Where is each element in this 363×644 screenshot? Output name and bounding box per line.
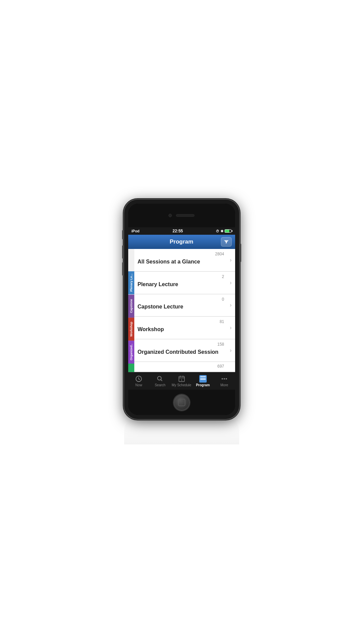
menu-list: Plenary Le... Capstone Workshop Organize… — [128, 249, 235, 372]
my-schedule-icon: 1 — [178, 375, 185, 383]
tab-now[interactable]: Now — [128, 372, 150, 390]
filter-icon — [223, 239, 229, 245]
tab-now-label: Now — [135, 383, 142, 387]
list-item-plenary[interactable]: 2 Plenary Lecture › — [134, 272, 235, 294]
tab-more[interactable]: More — [213, 372, 235, 390]
list-item-workshop[interactable]: 81 Workshop › — [134, 317, 235, 339]
workshop-label: Workshop — [138, 326, 231, 332]
list-item-capstone[interactable]: 0 Capstone Lecture › — [134, 294, 235, 317]
list-item-organized[interactable]: 158 Organized Contributed Session › — [134, 339, 235, 362]
top-bezel — [128, 204, 235, 227]
tab-program-label: Program — [196, 383, 210, 387]
capstone-count: 0 — [222, 297, 224, 302]
battery-icon — [225, 229, 231, 233]
capstone-label: Capstone Lecture — [138, 304, 231, 310]
all-sessions-count: 2804 — [215, 252, 224, 256]
battery-fill — [225, 230, 229, 232]
capstone-chevron: › — [230, 302, 231, 308]
navigation-header: Program — [128, 235, 235, 249]
side-label-capstone: Capstone — [128, 295, 134, 318]
all-sessions-chevron: › — [230, 257, 231, 263]
tab-search-label: Search — [155, 383, 165, 387]
phone-reflection — [124, 417, 239, 444]
screen: iPod 22:55 ⏱ ✱ Program — [128, 227, 235, 390]
filter-button[interactable] — [221, 237, 232, 247]
plenary-count: 2 — [222, 274, 224, 279]
svg-text:1: 1 — [181, 379, 182, 381]
side-label-workshop: Workshop — [128, 318, 134, 341]
organized-chevron: › — [230, 347, 231, 353]
workshop-count: 81 — [220, 319, 224, 324]
all-sessions-label: All Sessions at a Glance — [138, 259, 231, 265]
bottom-bezel — [128, 390, 235, 415]
speaker-grille — [176, 214, 195, 217]
side-label-green — [128, 364, 134, 372]
list-item-partial[interactable]: 697 — [134, 362, 235, 372]
search-icon — [156, 375, 164, 383]
volume-down-button[interactable] — [122, 262, 124, 276]
page-title: Program — [142, 238, 221, 245]
volume-up-button[interactable] — [122, 245, 124, 259]
tab-search[interactable]: Search — [150, 372, 171, 390]
list-items-container: 2804 All Sessions at a Glance › 2 Plenar… — [134, 249, 235, 372]
status-icons: ⏱ ✱ — [216, 229, 231, 233]
tab-more-label: More — [221, 383, 228, 387]
home-button[interactable] — [174, 394, 190, 411]
plenary-label: Plenary Lecture — [138, 281, 231, 288]
power-button[interactable] — [240, 244, 241, 262]
workshop-chevron: › — [230, 325, 231, 331]
organized-label: Organized Contributed Session — [138, 349, 231, 355]
tab-bar: Now Search — [128, 372, 235, 390]
partial-count: 697 — [217, 364, 224, 369]
tab-my-schedule-label: My Schedule — [172, 383, 191, 387]
tab-my-schedule[interactable]: 1 My Schedule — [171, 372, 192, 390]
front-camera — [168, 214, 172, 217]
tab-program[interactable]: Program — [192, 372, 213, 390]
side-labels: Plenary Le... Capstone Workshop Organize… — [128, 249, 134, 372]
organized-count: 158 — [217, 342, 224, 347]
time-label: 22:55 — [173, 229, 183, 233]
program-icon — [199, 375, 207, 383]
carrier-label: iPod — [132, 229, 140, 233]
clock-icon: ⏱ — [216, 229, 219, 233]
side-label-plenary: Plenary Le... — [128, 271, 134, 294]
phone-device: iPod 22:55 ⏱ ✱ Program — [124, 200, 239, 419]
phone-screen-area: iPod 22:55 ⏱ ✱ Program — [128, 204, 235, 415]
now-icon — [135, 375, 142, 383]
status-bar: iPod 22:55 ⏱ ✱ — [128, 227, 235, 235]
svg-point-1 — [158, 376, 161, 380]
more-icon — [221, 375, 228, 383]
bluetooth-icon: ✱ — [221, 229, 223, 233]
plenary-chevron: › — [230, 280, 231, 286]
home-button-inner — [178, 399, 185, 406]
side-label-organized: Organized.. — [128, 341, 134, 364]
list-item-all-sessions[interactable]: 2804 All Sessions at a Glance › — [134, 249, 235, 272]
